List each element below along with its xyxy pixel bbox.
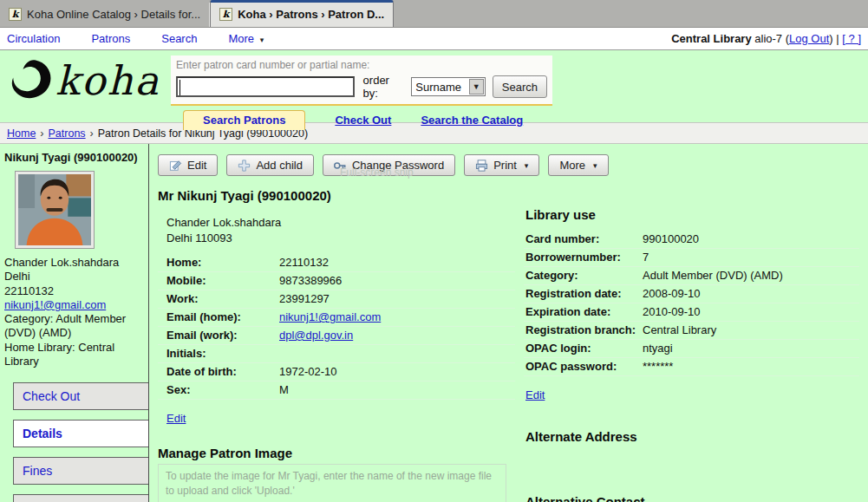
tab-check-out[interactable]: Check Out — [335, 114, 391, 130]
field-row: Email (home):nikunj1!@gmail.com — [158, 309, 515, 327]
field-row: Email (work):dpl@dpl.gov.in — [158, 327, 515, 345]
sidebar-item-check-out[interactable]: Check Out — [13, 382, 148, 410]
field-row: Registration date:2008-09-10 — [524, 285, 859, 303]
menu-circulation[interactable]: Circulation — [7, 32, 60, 45]
breadcrumb-home[interactable]: Home — [7, 127, 36, 140]
key-icon — [334, 160, 347, 172]
field-row: Mobile:9873389966 — [158, 272, 515, 290]
sidebar-item-fines[interactable]: Fines — [13, 457, 148, 485]
chevron-down-icon: ▾ — [260, 36, 264, 44]
library-use-heading: Library use — [525, 207, 859, 222]
field-row: Registration branch:Central Library — [524, 322, 859, 340]
manage-image-heading: Manage Patron Image — [158, 446, 515, 460]
select-arrow-icon: ▼ — [469, 79, 484, 95]
order-by-select[interactable]: Surname ▼ — [411, 77, 485, 96]
field-row: Initials: — [158, 345, 515, 363]
patron-address2: Delhi 110093 — [166, 231, 515, 246]
patron-address1: Chander Lok.shahdara — [166, 215, 515, 231]
sidebar-address1: Chander Lok.shahdara — [4, 256, 148, 270]
browser-tab-staff[interactable]: k Koha › Patrons › Patron D... — [210, 0, 394, 27]
field-row: Home:22110132 — [158, 254, 515, 272]
patron-photo-image — [18, 174, 91, 245]
search-hint-label: Enter patron card number or partial name… — [176, 59, 547, 71]
chevron-down-icon: ▾ — [525, 161, 529, 170]
patron-sidebar: Nikunj Tyagi (990100020) Chander Lok.sha… — [0, 144, 149, 502]
field-row: Category:Adult Member (DVD) (AMD) — [524, 267, 859, 285]
email-home-link[interactable]: nikunj1!@gmail.com — [279, 310, 381, 323]
print-button[interactable]: Print ▾ — [464, 154, 539, 176]
patron-photo — [15, 171, 95, 249]
koha-koru-icon — [9, 58, 54, 103]
patron-heading: Mr Nikunj Tyagi (990100020) — [158, 188, 515, 203]
library-use-fields: Card number:990100020 Borrowernumber:7 C… — [524, 231, 859, 376]
sidebar-email-link[interactable]: nikunj1!@gmail.com — [4, 298, 106, 311]
sidebar-address2: Delhi — [4, 270, 148, 284]
koha-logo: koha — [9, 57, 160, 104]
search-mode-tabs: Search Patrons Check Out Search the Cata… — [171, 110, 523, 130]
breadcrumb-separator-icon: › — [40, 127, 43, 140]
browser-tab-label: Koha › Patrons › Patron D... — [238, 8, 384, 21]
session-info: Central Library alio-7 (Log Out) | [ ? ] — [671, 32, 861, 45]
field-row: Card number:990100020 — [524, 231, 859, 249]
patron-search-input[interactable] — [176, 76, 355, 97]
patron-toolbar: Edit Add child Change Password Print ▾ M… — [158, 154, 859, 176]
patron-detail-main: Edit Add child Change Password Print ▾ M… — [149, 144, 868, 502]
printer-icon — [475, 160, 488, 172]
sidebar-phone: 22110132 — [4, 284, 148, 298]
email-work-link[interactable]: dpl@dpl.gov.in — [279, 329, 353, 342]
alternate-address-heading: Alternate Address — [525, 429, 859, 444]
sidebar-patron-name: Nikunj Tyagi (990100020) — [4, 151, 148, 164]
field-row: Date of birth:1972-02-10 — [158, 363, 515, 381]
koha-favicon-icon: k — [219, 8, 232, 21]
menu-more[interactable]: More ▾ — [228, 32, 264, 45]
menu-search[interactable]: Search — [161, 32, 197, 45]
more-button[interactable]: More ▾ — [548, 154, 608, 176]
edit-icon — [169, 160, 182, 172]
sidebar-category: Category: Adult Member (DVD) (AMD) — [4, 312, 148, 341]
field-row: Borrowernumber:7 — [524, 249, 859, 267]
breadcrumb-patrons[interactable]: Patrons — [49, 127, 86, 140]
page-header: koha Enter patron card number or partial… — [0, 50, 868, 122]
log-out-link[interactable]: Log Out — [789, 32, 829, 45]
edit-contact-link[interactable]: Edit — [166, 412, 186, 425]
sidebar-item-details[interactable]: Details — [13, 420, 148, 447]
plus-icon — [238, 160, 251, 172]
field-row: OPAC login:ntyagi — [524, 340, 859, 358]
logged-in-library: Central Library — [671, 32, 751, 45]
sidebar-home-library: Home Library: Central Library — [4, 341, 148, 369]
tab-search-catalog[interactable]: Search the Catalog — [421, 114, 523, 130]
browser-tab-bar: k Koha Online Catalog › Details for... k… — [0, 0, 868, 28]
browser-tab-label: Koha Online Catalog › Details for... — [27, 8, 200, 21]
tab-search-patrons[interactable]: Search Patrons — [183, 110, 305, 130]
koha-favicon-icon: k — [9, 8, 22, 21]
search-button[interactable]: Search — [493, 75, 547, 98]
edit-library-use-link[interactable]: Edit — [525, 388, 545, 401]
patron-search-panel: Enter patron card number or partial name… — [171, 55, 552, 106]
help-link[interactable]: [ ? ] — [842, 32, 861, 45]
edit-button[interactable]: Edit — [158, 154, 218, 176]
breadcrumb-separator-icon: › — [90, 127, 94, 140]
contact-fields: Home:22110132 Mobile:9873389966 Work:239… — [158, 254, 515, 400]
manage-image-box: To update the image for Mr Tyagi, enter … — [158, 464, 506, 502]
field-row: Work:23991297 — [158, 290, 515, 309]
field-row: Expiration date:2010-09-10 — [524, 303, 859, 322]
alternative-contact-heading: Alternative Contact — [525, 494, 859, 502]
field-row: OPAC password:******* — [524, 358, 859, 376]
text-caret — [179, 80, 180, 95]
menu-patrons[interactable]: Patrons — [91, 32, 130, 45]
top-menubar: Circulation Patrons Search More ▾ Centra… — [0, 28, 868, 50]
chevron-down-icon: ▾ — [593, 161, 597, 170]
sidebar-item-circulation-history[interactable]: Circulation History — [13, 494, 148, 502]
browser-tab-opac[interactable]: k Koha Online Catalog › Details for... — [0, 3, 210, 27]
add-child-button[interactable]: Add child — [226, 154, 313, 176]
sidebar-menu: Check Out Details Fines Circulation Hist… — [4, 382, 148, 502]
change-password-button[interactable]: Change Password — [323, 154, 455, 176]
order-by-label: order by: — [363, 74, 407, 100]
logged-in-user: alio-7 — [754, 32, 782, 45]
field-row: Sex:M — [158, 381, 515, 400]
koha-logo-text: koha — [55, 57, 160, 104]
